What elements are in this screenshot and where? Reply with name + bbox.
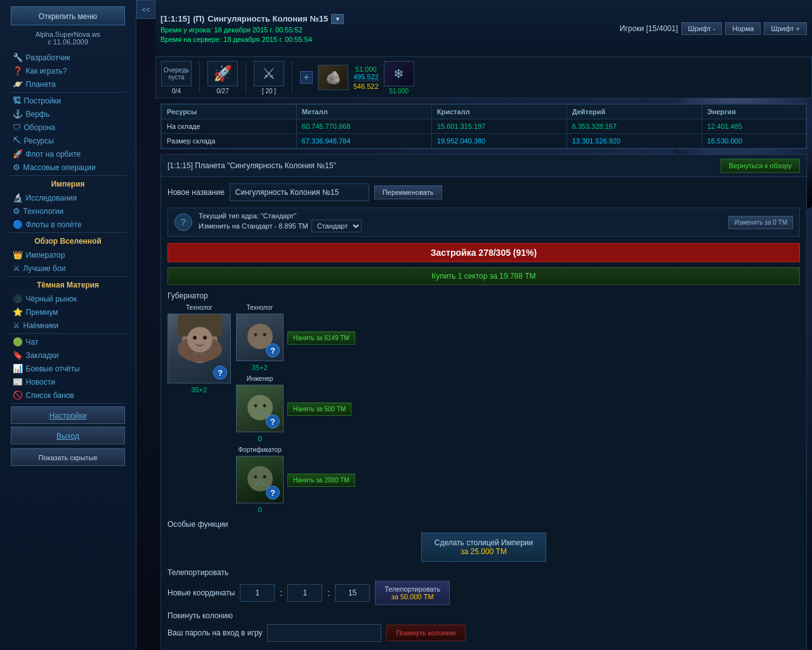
sidebar-item-howtoplay[interactable]: ❓ Как играть? — [10, 64, 127, 77]
players-count: Игроки [15/4001] — [620, 24, 678, 33]
gov-main-question-badge[interactable]: ? — [213, 366, 227, 380]
emperor-icon: 👑 — [13, 250, 23, 260]
sidebar-item-best-fights[interactable]: ⚔ Лучшие бои — [10, 262, 127, 275]
sidebar-item-tech[interactable]: ⚙ Технологии — [10, 204, 127, 218]
metal-icon: 🪨 — [325, 70, 341, 85]
sidebar-item-resources[interactable]: ⛏ Ресурсы — [10, 134, 127, 147]
core-change-btn[interactable]: Изменить за 0 ТМ — [728, 216, 793, 229]
back-to-overview-btn[interactable]: Вернуться к обзору — [721, 159, 800, 173]
planet-settings-panel: [1:1:15] Планета "Сингулярность Колония … — [160, 154, 807, 650]
question-icon: ❓ — [13, 66, 23, 76]
rename-btn[interactable]: Переименовать — [374, 185, 442, 199]
hire-tech-btn[interactable]: Нанять за 6149 ТМ — [287, 331, 355, 345]
row-warehouse-crystal: 15.601.315.197 — [431, 119, 566, 134]
open-menu-button[interactable]: Откpепить меню — [11, 6, 125, 25]
sidebar-item-premium[interactable]: ⭐ Премиум — [10, 305, 127, 319]
coord-input-3[interactable] — [335, 584, 370, 602]
coord-sep-2: : — [327, 588, 330, 598]
coord-sep-1: : — [280, 588, 282, 598]
sidebar-item-battle-reports[interactable]: 📊 Боевые отчёты — [10, 362, 127, 375]
planet-dropdown[interactable]: ▼ — [331, 14, 344, 24]
gov-eng-portrait: ? — [236, 385, 284, 432]
sidebar-item-black-market[interactable]: 🌑 Чёрный рынок — [10, 292, 127, 305]
col-energy: Энергия — [702, 105, 806, 119]
logout-button[interactable]: Выход — [11, 427, 125, 444]
core-current-text: Текущий тип ядра: "Стандарт" — [199, 212, 722, 220]
col-metal: Металл — [296, 105, 431, 119]
sidebar-item-planet[interactable]: 🪐 Планета — [10, 77, 127, 91]
font-normal-btn[interactable]: Норма — [725, 22, 761, 35]
content-area: Ресурсы Металл Кристалл Дейтерий Энергия… — [155, 98, 812, 650]
show-hidden-button[interactable]: Показать скрытые — [11, 448, 125, 466]
teleport-btn[interactable]: Телепортировать за 50.000 ТМ — [375, 581, 450, 605]
gov-fort-badge[interactable]: ? — [266, 486, 280, 500]
swords-icon: ⚔ — [13, 263, 20, 273]
governor-row: Технолог — [167, 304, 800, 514]
sidebar-item-mass-ops[interactable]: ⚙ Массовые операции — [10, 161, 127, 174]
gov-eng-badge[interactable]: ? — [266, 415, 280, 428]
sidebar-item-ban-list[interactable]: 🚫 Список банов — [10, 388, 127, 402]
sidebar-item-developer[interactable]: 🔧 Разработчик — [10, 51, 127, 64]
fleet-item: ⚔ [ 20 ] — [254, 61, 284, 95]
gov-tech-badge[interactable]: ? — [266, 343, 280, 357]
coord-input-2[interactable] — [287, 584, 322, 602]
settings-button[interactable]: Настройки — [11, 406, 125, 424]
planet-name-input[interactable] — [230, 183, 369, 201]
core-type-select[interactable]: Стандарт — [311, 220, 362, 232]
sidebar-item-research[interactable]: 🔬 Исследования — [10, 191, 127, 204]
planet-panel-body: Новое название Переименовать ? Текущий т… — [161, 177, 806, 650]
sidebar-item-fleets-flight[interactable]: 🔵 Флоты в полёте — [10, 218, 127, 231]
leave-password-input[interactable] — [267, 624, 381, 642]
metal-icon-box: 🪨 — [318, 65, 348, 90]
add-resource-btn[interactable]: + — [300, 71, 313, 84]
gov-fort-role: Фортификатор — [238, 446, 281, 453]
row-capacity-deuterium: 13.301.526.920 — [566, 134, 702, 149]
gov-tech-portrait: ? — [236, 314, 284, 361]
sidebar-item-buildings[interactable]: 🏗 Постройки — [10, 94, 127, 107]
gov-fort-level: 0 — [258, 506, 261, 514]
sidebar-item-defense[interactable]: 🛡 Оборона — [10, 121, 127, 134]
queue-count1: 0/4 — [172, 88, 181, 95]
new-coords-label: Новые координаты — [167, 588, 235, 597]
resource-icons-bar: Очередь пуста 0/4 🚀 0/27 ⚔ [ 20 ] + 🪨 51… — [155, 57, 812, 98]
fleets-icon: 🔵 — [13, 220, 23, 229]
hire-fort-btn[interactable]: Нанять за 2000 ТМ — [287, 474, 355, 487]
sidebar-item-chat[interactable]: 🟢 Чат — [10, 335, 127, 348]
resources-icon: ⛏ — [13, 136, 21, 145]
sidebar-item-news[interactable]: 📰 Новости — [10, 375, 127, 388]
dm-icon: ❄ — [393, 66, 404, 81]
buy-sector-btn[interactable]: Купить 1 сектор за 19.788 ТМ — [167, 267, 800, 285]
row-capacity-metal: 67.336.948.784 — [296, 134, 431, 149]
sidebar-item-bookmarks[interactable]: 🔖 Закладки — [10, 348, 127, 362]
metal-amount: 51.000 — [355, 65, 377, 73]
core-type-row: ? Текущий тип ядра: "Стандарт" Изменить … — [167, 208, 800, 237]
player-time: Время у игрока: 18 декабря 2015 г. 00:55… — [160, 26, 344, 34]
font-plus-btn[interactable]: Шрифт + — [764, 22, 807, 35]
ship-queue-item: 🚀 0/27 — [207, 61, 238, 95]
sidebar-item-fleet-orbit[interactable]: 🚀 Флот на орбите — [10, 147, 127, 161]
font-minus-btn[interactable]: Шрифт - — [681, 22, 723, 35]
star-icon: ⭐ — [13, 307, 23, 317]
leave-colony-section: Покинуть колонию Ваш пароль на вход в иг… — [167, 611, 800, 642]
special-functions-title: Особые функции — [167, 520, 800, 529]
universe-section-title: Обзор Вселенной — [10, 234, 127, 248]
topbar-left: [1:1:15] (П) Сингулярность Колония №15 ▼… — [160, 14, 344, 43]
hire-eng-btn[interactable]: Нанять за 500 ТМ — [287, 402, 351, 416]
table-row-capacity: Размер склада 67.336.948.784 19.952.040.… — [162, 134, 806, 149]
teleport-title: Телепортировать — [167, 568, 800, 577]
make-capital-btn[interactable]: Сделать столицей Империи за 25.000 ТМ — [421, 533, 547, 562]
queue-label: Очередь пуста — [162, 67, 191, 81]
sidebar-item-shipyard[interactable]: ⚓ Верфь — [10, 107, 127, 121]
resources-panel: Ресурсы Металл Кристалл Дейтерий Энергия… — [160, 103, 807, 149]
governor-card-tech: Технолог ? — [236, 304, 284, 371]
svg-point-11 — [263, 404, 266, 408]
sidebar-item-mercenaries[interactable]: ⚔ Наёмники — [10, 319, 127, 332]
report-icon: 📊 — [13, 364, 23, 373]
sidebar-item-emperor[interactable]: 👑 Император — [10, 248, 127, 262]
leave-colony-btn[interactable]: Покинуть колонию — [386, 625, 465, 641]
empire-section-title: Империя — [10, 177, 127, 191]
coord-input-1[interactable] — [240, 584, 275, 602]
svg-point-14 — [263, 475, 266, 479]
row-capacity-energy: 16.530.000 — [702, 134, 806, 149]
sidebar-collapse-btn[interactable]: << — [136, 0, 155, 19]
